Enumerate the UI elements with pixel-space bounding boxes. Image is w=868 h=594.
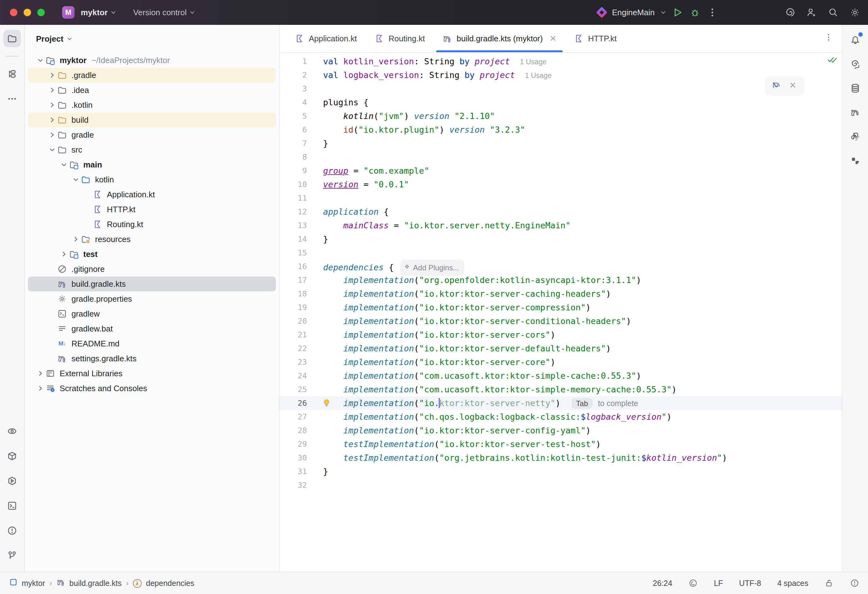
code-line-content[interactable]: } xyxy=(318,465,328,479)
debug-button[interactable] xyxy=(689,7,701,18)
code-line-content[interactable]: version = "0.0.1" xyxy=(318,178,409,191)
code-line-28[interactable]: 28 implementation("io.ktor:ktor-server-c… xyxy=(280,424,842,437)
line-number[interactable]: 10 xyxy=(280,178,318,191)
close-tab-icon[interactable]: ✕ xyxy=(549,34,557,43)
code-line-content[interactable]: implementation("io.ktor:ktor-server-defa… xyxy=(318,342,611,355)
error-highlight-icon[interactable] xyxy=(850,578,859,588)
code-line-content[interactable]: implementation("io.ktor:ktor-server-comp… xyxy=(318,301,591,315)
usage-inlay[interactable]: 1 Usage xyxy=(525,71,552,80)
tree-item-settings-gradle-kts[interactable]: settings.gradle.kts xyxy=(28,351,276,366)
tree-item-external-libraries[interactable]: External Libraries xyxy=(28,366,276,381)
line-number[interactable]: 7 xyxy=(280,137,318,150)
line-number[interactable]: 16 xyxy=(280,260,318,273)
project-tool-window-button[interactable] xyxy=(3,30,21,47)
zoom-window-button[interactable] xyxy=(37,9,45,16)
run-button[interactable] xyxy=(672,7,683,18)
line-number[interactable]: 9 xyxy=(280,164,318,178)
code-line-24[interactable]: 24 implementation("com.ucasoft.ktor:ktor… xyxy=(280,369,842,383)
code-line-content[interactable]: implementation("com.ucasoft.ktor:ktor-si… xyxy=(318,383,677,396)
vcs-menu[interactable]: Version control xyxy=(133,8,195,18)
code-line-content[interactable] xyxy=(318,150,323,164)
tree-item-main[interactable]: main xyxy=(28,157,276,172)
code-line-30[interactable]: 30 testImplementation("org.jetbrains.kot… xyxy=(280,451,842,465)
ai-assistant-icon[interactable] xyxy=(847,55,864,73)
code-line-17[interactable]: 17 implementation("org.openfolder:kotlin… xyxy=(280,273,842,287)
code-line-content[interactable]: implementation("io.ktor:ktor-server-cond… xyxy=(318,315,631,328)
line-number[interactable]: 30 xyxy=(280,451,318,465)
structure-tool-window-button[interactable] xyxy=(3,65,21,83)
line-number[interactable]: 18 xyxy=(280,287,318,301)
tab-routing-kt[interactable]: Routing.kt xyxy=(366,25,434,52)
line-number[interactable]: 25 xyxy=(280,383,318,396)
line-number[interactable]: 17 xyxy=(280,273,318,287)
line-number[interactable]: 13 xyxy=(280,219,318,232)
line-number[interactable]: 24 xyxy=(280,369,318,383)
code-line-content[interactable]: implementation("io.ktor:ktor-server-conf… xyxy=(318,424,591,437)
code-line-13[interactable]: 13 mainClass = "io.ktor.server.netty.Eng… xyxy=(280,219,842,232)
code-line-content[interactable]: mainClass = "io.ktor.server.netty.Engine… xyxy=(318,219,571,232)
tab-http-kt[interactable]: HTTP.kt xyxy=(565,25,625,52)
code-line-content[interactable]: implementation("io.ktor:ktor-server-core… xyxy=(318,355,555,369)
code-line-31[interactable]: 31} xyxy=(280,465,842,479)
code-line-11[interactable]: 11 xyxy=(280,191,842,205)
indent-widget[interactable]: 4 spaces xyxy=(777,579,808,588)
tree-item-application-kt[interactable]: Application.kt xyxy=(28,187,276,202)
code-line-content[interactable]: implementation("io.ktor:ktor-server-cors… xyxy=(318,328,555,342)
notifications-bell-icon[interactable] xyxy=(847,31,864,49)
code-line-2[interactable]: 2val logback_version: String by project1… xyxy=(280,68,842,82)
breadcrumb-build-gradle-kts[interactable]: build.gradle.kts xyxy=(56,578,121,589)
services-icon[interactable] xyxy=(3,472,21,490)
ai-assistant-icon[interactable] xyxy=(784,7,795,18)
code-line-content[interactable] xyxy=(318,479,323,492)
code-line-6[interactable]: 6 id("io.ktor.plugin") version "3.2.3" xyxy=(280,123,842,137)
add-user-icon[interactable] xyxy=(806,7,817,18)
code-line-15[interactable]: 15 xyxy=(280,246,842,260)
search-icon[interactable] xyxy=(828,7,839,18)
problems-icon[interactable] xyxy=(3,522,21,539)
tree-item-kotlin[interactable]: kotlin xyxy=(28,172,276,187)
chevron-right-icon[interactable] xyxy=(47,102,57,108)
tree-item--gitignore[interactable]: .gitignore xyxy=(28,262,276,276)
line-number[interactable]: 2 xyxy=(280,68,318,82)
tree-item-build[interactable]: build xyxy=(28,112,276,127)
code-line-content[interactable] xyxy=(318,191,323,205)
tree-item-gradlew[interactable]: gradlew xyxy=(28,306,276,321)
database-icon[interactable] xyxy=(847,80,864,97)
settings-gear-icon[interactable] xyxy=(849,7,861,18)
line-number[interactable]: 28 xyxy=(280,424,318,437)
code-line-content[interactable]: id("io.ktor.plugin") version "3.2.3" xyxy=(318,123,525,137)
code-line-32[interactable]: 32 xyxy=(280,479,842,492)
git-branch-icon[interactable] xyxy=(3,547,21,564)
lock-open-icon[interactable] xyxy=(825,578,834,588)
inspections-ok-icon[interactable] xyxy=(827,55,837,65)
encoding-widget[interactable]: UTF-8 xyxy=(739,579,761,588)
line-number[interactable]: 27 xyxy=(280,410,318,424)
chevron-down-icon[interactable] xyxy=(47,147,57,152)
tree-item-build-gradle-kts[interactable]: build.gradle.kts xyxy=(28,276,276,291)
chevron-down-icon[interactable] xyxy=(661,10,666,15)
tree-item--idea[interactable]: .idea xyxy=(28,83,276,98)
breadcrumb-dependencies[interactable]: λdependencies xyxy=(133,578,195,588)
project-menu[interactable]: myktor xyxy=(81,8,116,18)
tree-item-src[interactable]: src xyxy=(28,142,276,157)
code-line-content[interactable]: implementation("org.openfolder:kotlin-as… xyxy=(318,273,641,287)
chevron-right-icon[interactable] xyxy=(35,386,45,391)
more-actions-button[interactable] xyxy=(707,7,718,18)
tab-build-gradle-kts-myktor-[interactable]: build.gradle.kts (myktor)✕ xyxy=(434,25,565,52)
tree-item--gradle[interactable]: .gradle xyxy=(28,68,276,83)
tree-item-scratches-and-consoles[interactable]: Scratches and Consoles xyxy=(28,381,276,396)
line-number[interactable]: 15 xyxy=(280,246,318,260)
gradle-sync-widget[interactable] xyxy=(765,77,805,96)
tree-item-myktor[interactable]: myktor~/IdeaProjects/myktor xyxy=(28,53,276,68)
intention-bulb-icon[interactable] xyxy=(322,398,331,408)
breadcrumb-myktor[interactable]: myktor xyxy=(9,578,45,589)
code-line-content[interactable]: dependencies {Add Plugins... xyxy=(318,260,464,273)
chevron-down-icon[interactable] xyxy=(35,58,45,63)
chevron-down-icon[interactable] xyxy=(67,36,72,41)
line-number[interactable]: 1 xyxy=(280,55,318,68)
code-line-content[interactable]: kotlin("jvm") version "2.1.10" xyxy=(318,109,495,123)
code-line-content[interactable]: val kotlin_version: String by project1 U… xyxy=(318,55,546,68)
line-number[interactable]: 32 xyxy=(280,479,318,492)
line-number[interactable]: 29 xyxy=(280,437,318,451)
caret-position-widget[interactable]: 26:24 xyxy=(653,579,672,588)
